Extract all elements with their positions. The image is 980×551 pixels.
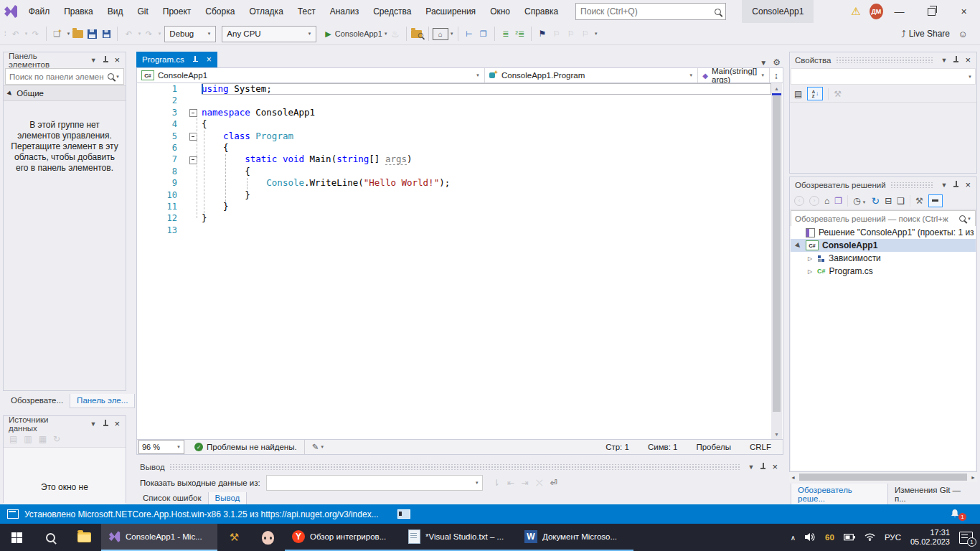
find-message-button[interactable]: ⇂ <box>493 478 500 488</box>
member-dropdown[interactable]: ◆ Main(string[] args) ▼ <box>698 68 769 83</box>
code-line[interactable]: 9 Console.WriteLine("Hello World!"); <box>137 177 783 189</box>
quick-search-input[interactable]: Поиск (Ctrl+Q) <box>575 3 726 20</box>
menu-item[interactable]: Файл <box>22 0 57 23</box>
scrollbar-thumb[interactable] <box>773 96 781 412</box>
open-file-button[interactable] <box>70 25 85 42</box>
tab-git-changes[interactable]: Изменения Git — п... <box>888 484 980 507</box>
search-icon[interactable] <box>959 215 966 222</box>
toolbar-grip[interactable]: ⁞ <box>4 30 6 37</box>
tree-row-dependencies[interactable]: ▷ Зависимости <box>791 252 976 265</box>
window-position-dropdown-icon[interactable]: ▼ <box>938 57 950 64</box>
hot-reload-button[interactable]: ♨ <box>388 25 402 42</box>
taskbar-notepad[interactable]: *Visual Studio.txt – ... <box>401 524 517 551</box>
split-window-button[interactable]: ↨ <box>769 68 783 83</box>
close-button[interactable]: × <box>948 0 980 23</box>
pin-icon[interactable] <box>953 56 959 64</box>
problems-status[interactable]: Проблемы не найдены. <box>207 443 297 451</box>
close-icon[interactable]: × <box>111 55 123 65</box>
scroll-left-icon[interactable]: ◄ <box>789 475 797 480</box>
menu-item[interactable]: Справка <box>517 0 565 23</box>
menu-item[interactable]: Вид <box>100 0 131 23</box>
solution-search-input[interactable]: Обозреватель решений — поиск (Ctrl+ж ▼ <box>791 210 976 227</box>
code-line[interactable]: 8 { <box>137 166 783 177</box>
taskbar-visual-studio[interactable]: ConsoleApp1 - Mic... <box>101 524 217 551</box>
status-message[interactable]: Установлено Microsoft.NETCore.App.Host.w… <box>24 509 379 519</box>
column-indicator[interactable]: Симв: 1 <box>648 443 678 451</box>
battery-percent-widget[interactable]: 60 <box>825 533 834 542</box>
add-data-source-button[interactable]: ▤ <box>9 434 17 444</box>
code-line[interactable]: 6 { <box>137 142 783 154</box>
pending-changes-filter-button[interactable]: ◷▼ <box>853 196 866 206</box>
output-source-dropdown[interactable]: ▼ <box>266 475 483 491</box>
show-hidden-icons-chevron[interactable]: ∧ <box>791 534 796 542</box>
navigate-back-button[interactable]: ↶ <box>9 25 23 42</box>
tab-solution-explorer[interactable]: Обозреватель реше... <box>791 484 888 507</box>
chevron-down-icon[interactable]: ▼ <box>967 217 971 221</box>
line-indicator[interactable]: Стр: 1 <box>606 443 629 451</box>
scroll-up-icon[interactable]: ▲ <box>771 83 782 93</box>
undo-button[interactable]: ↶ <box>121 25 136 42</box>
window-position-dropdown-icon[interactable]: ▼ <box>88 57 100 64</box>
code-line[interactable]: 12} <box>137 212 783 224</box>
notifications-bell-icon[interactable]: 1 <box>950 509 961 520</box>
vertical-scrollbar[interactable]: ▲ ▼ <box>771 83 782 439</box>
tree-row-project[interactable]: ▶ C# ConsoleApp1 <box>791 239 976 252</box>
start-debugging-button[interactable]: ▶ ConsoleApp1 ▼ <box>325 25 387 42</box>
toggle-bookmark-button[interactable]: ⚑ <box>535 25 550 42</box>
close-icon[interactable]: × <box>111 418 123 429</box>
collapsed-icon[interactable]: ▷ <box>806 268 814 275</box>
back-button[interactable]: ‹ <box>794 196 804 206</box>
file-explorer-button[interactable] <box>67 524 101 551</box>
search-icon[interactable] <box>108 73 114 80</box>
language-indicator[interactable]: РУС <box>885 533 901 542</box>
tree-row-program-cs[interactable]: ▷ C# Program.cs <box>791 265 976 278</box>
warning-icon[interactable]: ⚠ <box>851 5 860 18</box>
properties-header[interactable]: Свойства ▼ × <box>790 52 976 67</box>
volume-icon[interactable] <box>805 532 816 543</box>
output-header[interactable]: Вывод ▼ × <box>136 459 783 474</box>
toggle-word-wrap-button[interactable]: ⏎ <box>550 478 557 488</box>
menu-item[interactable]: Проект <box>156 0 199 23</box>
taskbar-tools-app[interactable]: ⚒ <box>217 524 251 551</box>
menu-item[interactable]: Git <box>130 0 155 23</box>
zoom-dropdown[interactable]: 96 % ▼ <box>138 440 184 454</box>
close-icon[interactable]: × <box>962 179 974 190</box>
pin-icon[interactable] <box>103 420 109 428</box>
sync-namespaces-button[interactable]: ⊢ <box>462 25 476 42</box>
fold-gutter[interactable] <box>177 154 202 165</box>
editor-options-gear-icon[interactable]: ⚙ <box>773 57 781 67</box>
menu-item[interactable]: Средства <box>366 0 418 23</box>
drag-handle[interactable] <box>890 182 934 188</box>
fold-gutter[interactable] <box>177 131 202 142</box>
redo-button[interactable]: ↷ <box>141 25 156 42</box>
edit-data-source-button[interactable]: ▥ <box>24 434 32 444</box>
clear-all-button[interactable]: ⤬ <box>536 478 543 488</box>
live-share-button[interactable]: ⤴ Live Share <box>901 25 956 42</box>
code-cleanup-pen-icon[interactable]: ✎ <box>312 442 319 452</box>
solution-explorer-home-button[interactable]: ⌂ <box>433 28 448 40</box>
menu-item[interactable]: Сборка <box>198 0 242 23</box>
user-avatar[interactable]: ДМ <box>870 4 883 19</box>
taskbar-search-button[interactable] <box>34 524 67 551</box>
solution-explorer-header[interactable]: Обозреватель решений ▼ × <box>790 177 976 192</box>
alphabetical-sort-button[interactable]: AZ↓ <box>807 87 823 100</box>
object-selector-dropdown[interactable]: ▼ <box>791 68 976 85</box>
next-bookmark-button[interactable]: ⚐ <box>564 25 578 42</box>
line-ending-indicator[interactable]: CRLF <box>750 443 771 451</box>
document-list-dropdown-icon[interactable]: ▼ <box>760 59 767 67</box>
code-line[interactable]: 1using System; <box>137 83 783 95</box>
minimize-button[interactable]: — <box>883 0 915 23</box>
drag-handle[interactable] <box>836 57 934 63</box>
tab-error-list[interactable]: Список ошибок <box>136 492 208 505</box>
wifi-icon[interactable] <box>864 533 875 542</box>
pin-icon[interactable] <box>953 181 959 189</box>
tree-row-solution[interactable]: Решение "ConsoleApp1" (проекты: 1 из 1) <box>791 226 976 239</box>
package-manager-icon[interactable] <box>397 509 410 519</box>
home-button[interactable]: ⌂ <box>824 196 829 206</box>
new-project-button[interactable]: ❏✦ <box>50 25 65 42</box>
clear-bookmarks-button[interactable]: ⚐ <box>578 25 593 42</box>
refresh-button[interactable]: ↻ <box>871 195 880 207</box>
refresh-button[interactable]: ↻ <box>53 434 60 444</box>
feedback-button[interactable]: ☺ <box>956 25 970 42</box>
solution-configuration-dropdown[interactable]: Debug▼ <box>164 26 216 42</box>
